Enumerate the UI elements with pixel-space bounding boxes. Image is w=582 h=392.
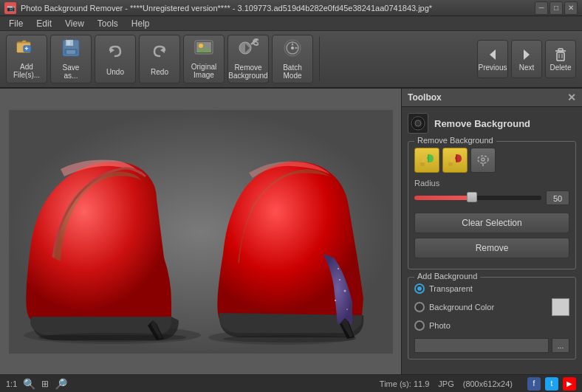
status-bar-left: 1:1 🔍 ⊞ 🔎 [6, 378, 67, 390]
svg-point-38 [223, 335, 356, 343]
time-status: Time (s): 11.9 [380, 379, 429, 388]
status-bar-right: Time (s): 11.9 JPG (800x612x24) f t ▶ [380, 377, 576, 391]
menu-help[interactable]: Help [126, 17, 156, 30]
remove-background-button[interactable]: RemoveBackground [227, 35, 269, 83]
menu-view[interactable]: View [59, 17, 90, 30]
close-button[interactable]: ✕ [564, 1, 578, 15]
svg-marker-23 [524, 49, 530, 60]
svg-point-33 [343, 289, 346, 292]
menu-tools[interactable]: Tools [92, 17, 124, 30]
toolbar-separator [319, 37, 320, 81]
remove-background-section: Remove Background [408, 141, 576, 269]
facebook-icon[interactable]: f [527, 377, 541, 391]
dimensions-status: (800x612x24) [463, 379, 513, 388]
svg-point-32 [339, 279, 340, 281]
twitter-icon[interactable]: t [545, 377, 558, 391]
photo-radio[interactable] [414, 320, 425, 331]
photo-input-row: ... [414, 338, 569, 353]
menu-edit[interactable]: Edit [30, 17, 58, 30]
save-as-button[interactable]: Saveas... [50, 35, 92, 83]
radius-label: Radius [414, 179, 569, 188]
zoom-level: 1:1 [6, 379, 17, 388]
svg-rect-26 [558, 49, 563, 51]
svg-point-41 [415, 120, 421, 126]
remove-button[interactable]: Remove [414, 238, 569, 258]
delete-button[interactable]: Delete [545, 40, 576, 78]
original-image-button[interactable]: OriginalImage [183, 35, 225, 83]
fit-icon[interactable]: ⊞ [41, 379, 49, 389]
undo-button[interactable]: Undo [95, 35, 136, 83]
toolbox-content: Remove Background Remove Background [402, 107, 582, 373]
remove-background-label: RemoveBackground [228, 63, 267, 80]
previous-icon [485, 47, 500, 62]
remove-background-icon [238, 38, 259, 61]
next-button[interactable]: Next [511, 40, 542, 78]
toolbox-close-button[interactable]: ✕ [567, 92, 576, 103]
photo-option: Photo [414, 320, 569, 331]
title-text: Photo Background Remover - ****Unregiste… [21, 4, 432, 13]
toolbox-panel: Toolbox ✕ Remove Background Remove Backg… [401, 89, 582, 374]
svg-rect-42 [420, 162, 425, 166]
batch-mode-label: BatchMode [283, 63, 302, 80]
image-container [0, 89, 401, 374]
svg-rect-6 [67, 41, 70, 45]
transparent-radio[interactable] [414, 283, 425, 294]
delete-icon [553, 47, 568, 62]
undo-label: Undo [106, 68, 124, 76]
previous-button[interactable]: Previous [477, 40, 508, 78]
format-status: JPG [438, 379, 453, 388]
zoom-in-icon[interactable]: 🔍 [23, 378, 35, 390]
svg-point-46 [478, 156, 488, 163]
svg-point-36 [338, 268, 339, 269]
save-as-icon [61, 38, 81, 61]
toolbox-header: Toolbox ✕ [402, 89, 582, 107]
photo-label: Photo [429, 321, 451, 330]
svg-point-21 [291, 47, 294, 49]
bg-color-option: Background Color [414, 298, 569, 316]
radius-slider-thumb[interactable] [467, 192, 477, 202]
photo-path-input[interactable] [414, 338, 549, 353]
browse-button[interactable]: ... [552, 338, 569, 353]
add-background-section-label: Add Background [414, 272, 480, 281]
batch-mode-button[interactable]: BatchMode [272, 35, 313, 83]
youtube-icon[interactable]: ▶ [563, 377, 576, 391]
svg-point-34 [335, 300, 336, 301]
svg-marker-22 [490, 49, 496, 60]
menu-file[interactable]: File [3, 17, 29, 30]
svg-rect-24 [557, 52, 564, 61]
remove-bg-title: Remove Background [434, 118, 530, 129]
toolbar: + Add File(s)... Saveas... Undo [0, 31, 582, 89]
add-files-button[interactable]: + Add File(s)... [6, 35, 47, 83]
radius-slider-track[interactable] [414, 196, 541, 200]
previous-label: Previous [479, 63, 507, 72]
title-bar-controls: ─ □ ✕ [535, 1, 578, 15]
svg-marker-9 [110, 47, 114, 53]
remove-brush-button[interactable] [442, 148, 468, 173]
color-picker-box[interactable] [552, 298, 569, 316]
svg-marker-10 [160, 47, 165, 53]
svg-point-37 [38, 333, 186, 342]
title-bar: 📷 Photo Background Remover - ****Unregis… [0, 0, 582, 16]
lasso-button[interactable] [470, 148, 496, 173]
remove-bg-header: Remove Background [408, 113, 576, 134]
radius-slider-fill [414, 196, 471, 200]
remove-bg-icon [408, 113, 428, 134]
undo-icon [106, 43, 125, 65]
tool-buttons [414, 148, 569, 173]
bg-color-radio[interactable] [414, 302, 425, 312]
canvas-area [0, 89, 401, 374]
keep-brush-button[interactable] [414, 148, 439, 173]
clear-selection-button[interactable]: Clear Selection [414, 213, 569, 233]
original-image-label: OriginalImage [191, 63, 216, 79]
redo-button[interactable]: Redo [139, 35, 180, 83]
radius-slider-row: 50 [414, 190, 569, 205]
transparent-option: Transparent [414, 283, 569, 294]
svg-text:+: + [24, 45, 28, 52]
remove-background-section-label: Remove Background [414, 136, 496, 145]
zoom-out-icon[interactable]: 🔎 [55, 378, 67, 390]
toolbox-title: Toolbox [408, 92, 442, 103]
nav-buttons: Previous Next Delete [477, 40, 576, 78]
maximize-button[interactable]: □ [550, 1, 563, 15]
minimize-button[interactable]: ─ [535, 1, 548, 15]
redo-icon [150, 43, 169, 65]
